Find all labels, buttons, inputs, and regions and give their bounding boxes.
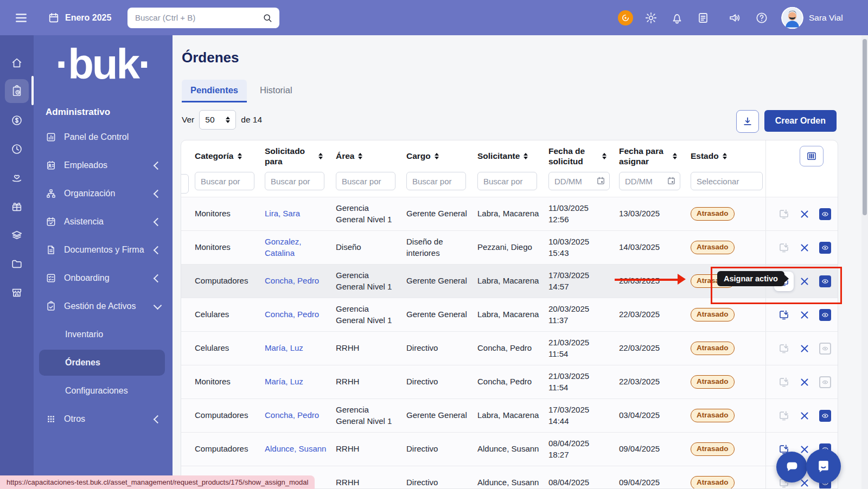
rail-item-asset-tasks[interactable] — [5, 79, 29, 103]
person-link[interactable]: Concha, Pedro — [265, 310, 319, 319]
sort-icon[interactable] — [723, 151, 727, 162]
col-header-area[interactable]: Área — [336, 151, 406, 162]
filter-input-cargo[interactable] — [406, 172, 466, 190]
rail-item-benefits[interactable] — [5, 163, 29, 192]
page-size-select[interactable]: 50 — [199, 110, 236, 130]
sort-icon[interactable] — [318, 151, 323, 162]
sort-icon[interactable] — [238, 151, 242, 162]
reject-button[interactable] — [799, 343, 810, 355]
reject-button[interactable] — [799, 376, 810, 388]
person-link[interactable]: Gonzalez, Catalina — [265, 237, 302, 257]
sidebar-item-otros[interactable]: Otros — [34, 405, 173, 433]
cell-area: RRHH — [336, 376, 406, 387]
search-icon[interactable] — [262, 12, 273, 23]
hamburger-menu-button[interactable] — [14, 11, 28, 25]
sidebar-item-empleados[interactable]: Empleados — [34, 151, 173, 179]
person-link[interactable]: Concha, Pedro — [265, 410, 319, 420]
reject-button[interactable] — [799, 208, 810, 220]
assign-asset-button[interactable] — [778, 242, 790, 254]
support-chat-button[interactable] — [806, 449, 841, 484]
col-header-estado[interactable]: Estado — [691, 151, 765, 162]
rail-item-home[interactable] — [5, 48, 29, 77]
sidebar-item-documentos-y-firma[interactable]: Documentos y Firma — [34, 236, 173, 264]
export-button[interactable] — [736, 110, 759, 133]
col-header-cargo[interactable]: Cargo — [406, 151, 477, 162]
assign-asset-button[interactable] — [778, 343, 790, 355]
sort-icon[interactable] — [524, 151, 528, 162]
rail-item-files[interactable] — [5, 249, 29, 278]
reject-button[interactable] — [799, 242, 810, 254]
assign-asset-button[interactable] — [778, 208, 790, 220]
person-link[interactable]: María, Luz — [265, 377, 303, 386]
reject-button[interactable] — [799, 443, 810, 455]
date-input[interactable] — [548, 172, 610, 190]
assign-tooltip: Asignar activo — [717, 271, 784, 286]
assign-asset-button[interactable] — [778, 309, 790, 321]
feedback-chat-button[interactable] — [776, 452, 807, 482]
cell-solicitado-para: María, Luz — [265, 376, 336, 387]
sidebar-item-organizacion[interactable]: Organización — [34, 179, 173, 208]
column-settings-button[interactable] — [800, 146, 824, 166]
col-header-solicitante[interactable]: Solicitante — [477, 151, 548, 162]
tab-historial[interactable]: Historial — [251, 80, 301, 102]
col-header-categoria[interactable]: Categoría — [195, 151, 265, 162]
sidebar-subitem-configuraciones[interactable]: Configuraciones — [34, 377, 173, 405]
cell-categoria: Celulares — [195, 343, 265, 353]
view-details-button[interactable] — [819, 376, 831, 388]
sidebar-item-asistencia[interactable]: Asistencia — [34, 208, 173, 236]
create-order-button[interactable]: Crear Orden — [764, 110, 837, 132]
filter-input-area[interactable] — [336, 172, 395, 190]
sidebar-subitem-inventario[interactable]: Inventario — [34, 320, 173, 349]
filter-input-solicitado-para[interactable] — [265, 172, 324, 190]
reject-button[interactable] — [799, 309, 810, 321]
settings-button[interactable] — [644, 11, 658, 24]
filter-select-estado[interactable]: Seleccionar — [691, 172, 763, 190]
view-details-button[interactable] — [819, 343, 831, 355]
view-details-button[interactable] — [819, 309, 831, 321]
help-button[interactable] — [755, 11, 768, 24]
sidebar-item-panel-de-control[interactable]: Panel de Control — [34, 123, 173, 151]
assign-asset-button[interactable] — [778, 410, 790, 422]
col-header-fecha-de-solicitud[interactable]: Fecha de solicitud — [548, 146, 619, 167]
assign-asset-button[interactable] — [778, 376, 790, 388]
tab-pendientes[interactable]: Pendientes — [182, 80, 247, 102]
reject-button[interactable] — [799, 410, 810, 422]
actions-header-cell — [765, 140, 838, 172]
buk-academy-button[interactable] — [618, 10, 633, 25]
rail-item-remunerations[interactable] — [5, 106, 29, 134]
announcements-button[interactable] — [728, 11, 742, 24]
scrollbar-thumb[interactable] — [863, 39, 867, 215]
user-avatar[interactable] — [781, 7, 803, 29]
person-link[interactable]: Lira, Sara — [265, 209, 300, 218]
sidebar-item-gestion-de-activos[interactable]: Gestión de Activos — [34, 292, 173, 320]
date-input[interactable] — [619, 172, 680, 190]
person-link[interactable]: María, Luz — [265, 343, 303, 352]
sort-icon[interactable] — [602, 151, 607, 162]
col-header-solicitado-para[interactable]: Solicitado para — [265, 146, 336, 167]
person-link[interactable]: Concha, Pedro — [265, 276, 319, 285]
dollar-icon — [11, 114, 23, 126]
rail-item-marketplace[interactable] — [5, 278, 29, 307]
filter-input-categoria[interactable] — [195, 172, 254, 190]
view-details-button[interactable] — [819, 242, 831, 254]
sort-icon[interactable] — [358, 151, 362, 162]
notifications-button[interactable] — [671, 11, 684, 24]
view-details-button[interactable] — [819, 410, 831, 422]
cell-estado: Atrasado — [691, 409, 765, 422]
rail-item-training[interactable] — [5, 221, 29, 249]
person-link[interactable]: Aldunce, Susann — [265, 444, 326, 453]
sort-icon[interactable] — [435, 151, 439, 162]
col-header-fecha-para-asignar[interactable]: Fecha para asignar — [619, 146, 691, 167]
rail-item-time[interactable] — [5, 134, 29, 163]
sidebar-item-onboarding[interactable]: Onboarding — [34, 264, 173, 292]
search-input[interactable] — [134, 12, 262, 23]
view-details-button[interactable] — [819, 208, 831, 220]
changelog-button[interactable] — [697, 11, 710, 24]
icon-rail — [0, 35, 34, 489]
rail-item-gifts[interactable] — [5, 192, 29, 221]
sidebar-subitem-ordenes[interactable]: Órdenes — [39, 350, 165, 376]
chevron-left-icon — [154, 189, 162, 198]
period-selector[interactable]: Enero 2025 — [48, 12, 111, 24]
filter-input-solicitante[interactable] — [477, 172, 537, 190]
sort-icon[interactable] — [673, 151, 677, 162]
